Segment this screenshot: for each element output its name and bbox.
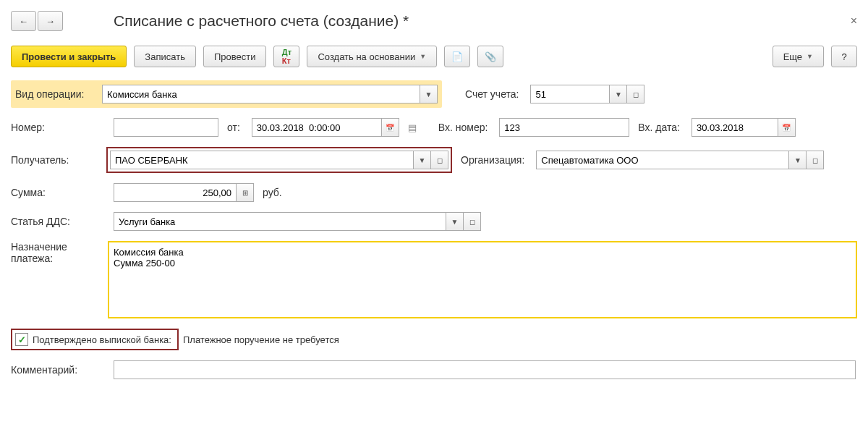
organization-label: Организация:: [461, 154, 527, 166]
chevron-down-icon: ▼: [807, 53, 813, 60]
confirmed-label: Подтверждено выпиской банка:: [33, 334, 171, 345]
operation-type-input[interactable]: [102, 85, 420, 103]
doc-icon: ▤: [408, 122, 417, 133]
confirmed-checkbox[interactable]: ✓: [15, 333, 28, 346]
recipient-dropdown[interactable]: ▼: [414, 151, 431, 169]
number-label: Номер:: [11, 122, 98, 133]
in-date-calendar[interactable]: 📅: [778, 118, 796, 137]
dds-label: Статья ДДС:: [11, 216, 98, 227]
in-date-input[interactable]: [692, 118, 778, 137]
account-label: Счет учета:: [465, 88, 522, 100]
create-based-button[interactable]: Создать на основании ▼: [307, 46, 437, 67]
amount-calc[interactable]: ⊞: [237, 183, 254, 202]
nav-back-button[interactable]: ←: [11, 11, 36, 31]
document-icon: 📄: [451, 51, 463, 62]
in-number-input[interactable]: [499, 118, 629, 137]
report-button[interactable]: 📄: [444, 46, 470, 67]
amount-input[interactable]: [114, 183, 237, 202]
help-button[interactable]: ?: [831, 46, 857, 67]
recipient-highlight: ▼ ◻: [106, 147, 452, 173]
organization-dropdown[interactable]: ▼: [789, 151, 807, 169]
date-calendar[interactable]: 📅: [382, 118, 399, 137]
account-open[interactable]: ◻: [627, 85, 644, 103]
operation-type-group: Вид операции: ▼: [11, 80, 442, 108]
clip-icon: 📎: [485, 51, 496, 62]
operation-type-label: Вид операции:: [15, 88, 102, 100]
payment-order-text: Платежное поручение не требуется: [183, 334, 339, 345]
arrow-left-icon: ←: [19, 16, 28, 27]
create-based-label: Создать на основании: [318, 51, 415, 62]
purpose-highlight: [108, 241, 857, 318]
dds-input[interactable]: [114, 212, 446, 231]
account-dropdown[interactable]: ▼: [610, 85, 627, 103]
dtkt-button[interactable]: ДтКт: [273, 46, 299, 67]
account-input[interactable]: [530, 85, 610, 103]
page-title: Списание с расчетного счета (создание) *: [114, 12, 409, 30]
dtkt-icon: ДтКт: [282, 48, 292, 65]
chevron-down-icon: ▼: [420, 53, 426, 60]
arrow-right-icon: →: [46, 16, 55, 27]
number-input[interactable]: [114, 118, 218, 137]
recipient-label: Получатель:: [11, 154, 98, 166]
save-button[interactable]: Записать: [134, 46, 196, 67]
operation-type-dropdown[interactable]: ▼: [420, 85, 438, 103]
close-button[interactable]: ×: [851, 14, 857, 28]
comment-input[interactable]: [114, 360, 856, 379]
confirmed-highlight: ✓ Подтверждено выпиской банка:: [11, 329, 179, 350]
from-label: от:: [227, 122, 243, 133]
in-number-label: Вх. номер:: [438, 122, 491, 133]
currency-label: руб.: [263, 187, 285, 198]
attachment-button[interactable]: 📎: [477, 46, 503, 67]
nav-forward-button[interactable]: →: [38, 11, 63, 31]
organization-open[interactable]: ◻: [807, 151, 824, 169]
purpose-input[interactable]: [109, 242, 856, 315]
organization-input[interactable]: [536, 151, 789, 169]
more-label: Еще: [783, 51, 802, 62]
more-button[interactable]: Еще ▼: [773, 46, 824, 67]
comment-label: Комментарий:: [11, 364, 98, 376]
post-and-close-button[interactable]: Провести и закрыть: [11, 46, 127, 67]
purpose-label: Назначение платежа:: [11, 241, 92, 264]
in-date-label: Вх. дата:: [638, 123, 683, 132]
recipient-input[interactable]: [110, 151, 414, 169]
recipient-open[interactable]: ◻: [431, 151, 448, 169]
post-button[interactable]: Провести: [203, 46, 267, 67]
dds-open[interactable]: ◻: [464, 212, 481, 231]
date-input[interactable]: [252, 118, 382, 137]
amount-label: Сумма:: [11, 187, 98, 198]
dds-dropdown[interactable]: ▼: [446, 212, 464, 231]
